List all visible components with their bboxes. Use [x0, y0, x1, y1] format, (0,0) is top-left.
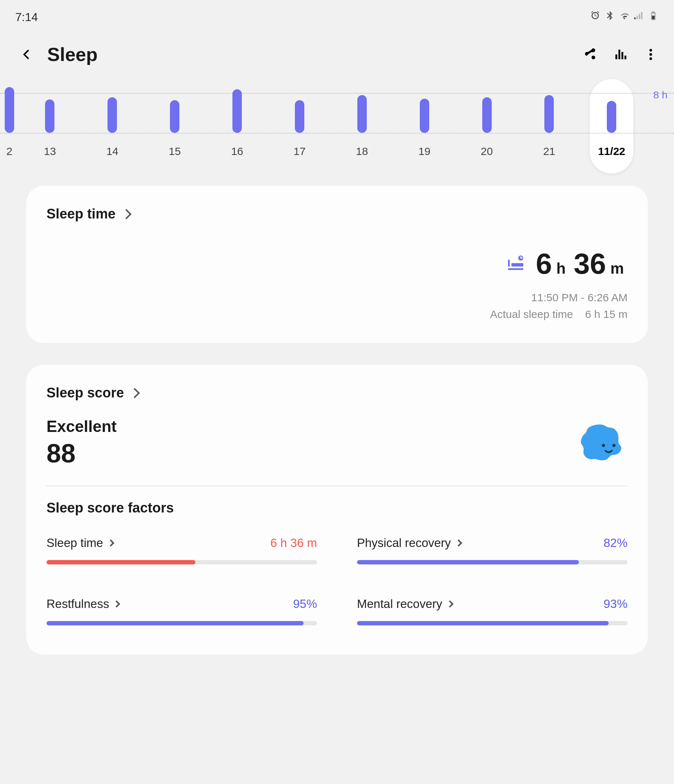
timeline-day-label: 14 — [106, 145, 119, 157]
battery-icon — [648, 10, 659, 24]
chevron-right-icon — [446, 600, 454, 608]
timeline-day[interactable]: 14 — [81, 84, 144, 171]
sleep-score-title-row[interactable]: Sleep score — [47, 385, 627, 401]
factor-label: Physical recovery — [357, 536, 451, 550]
bed-icon — [506, 253, 526, 275]
timeline-day-label: 16 — [231, 145, 243, 157]
sleep-hours: 6 — [536, 247, 552, 281]
timeline-day-label: 18 — [356, 145, 368, 157]
svg-point-1 — [649, 53, 652, 56]
sleep-minutes-unit: m — [610, 260, 624, 277]
share-button[interactable] — [582, 47, 598, 62]
alarm-icon — [590, 10, 601, 24]
share-icon — [582, 47, 597, 62]
timeline-bar — [482, 97, 492, 133]
more-vert-icon — [643, 47, 658, 62]
sleep-time-title: Sleep time — [47, 206, 115, 222]
timeline-day[interactable]: 19 — [393, 84, 456, 171]
status-bar: 7:14 — [0, 0, 674, 29]
chevron-right-icon — [455, 539, 462, 547]
timeline-day-label: 2 — [6, 145, 12, 157]
svg-point-4 — [602, 444, 605, 447]
factor-value: 6 h 36 m — [270, 536, 317, 550]
timeline-day-label: 21 — [543, 145, 555, 157]
timeline-day[interactable]: 16 — [206, 84, 268, 171]
sleep-time-sublines: 11:50 PM - 6:26 AM Actual sleep time 6 h… — [47, 289, 627, 323]
timeline-bar — [5, 87, 14, 133]
sleep-minutes: 36 — [574, 247, 606, 281]
app-header: Sleep — [0, 29, 674, 77]
actual-sleep-label: Actual sleep time — [490, 308, 573, 320]
factor-value: 95% — [293, 597, 317, 611]
timeline-day[interactable]: 17 — [268, 84, 331, 171]
factor-mental-recovery[interactable]: Mental recovery 93% — [357, 597, 627, 625]
factor-bar — [357, 621, 627, 625]
svg-point-2 — [649, 58, 652, 60]
divider — [47, 485, 627, 486]
sleep-score-row: Excellent 88 — [47, 417, 627, 468]
factors-title: Sleep score factors — [47, 500, 627, 516]
sleep-time-range: 11:50 PM - 6:26 AM — [47, 289, 627, 306]
timeline-day-label: 13 — [44, 145, 56, 157]
sleep-score-text: Excellent 88 — [47, 417, 117, 468]
timeline-day-label: 17 — [293, 145, 306, 157]
timeline-day-label: 11/22 — [598, 145, 625, 157]
factor-bar — [47, 621, 317, 625]
timeline-day[interactable]: 11/22 — [580, 84, 643, 171]
chevron-right-icon — [121, 209, 131, 219]
timeline-day[interactable]: 13 — [19, 84, 81, 171]
bar-chart-icon — [613, 47, 627, 62]
chevron-right-icon — [107, 539, 114, 547]
timeline-bar — [357, 95, 367, 133]
actual-sleep-row: Actual sleep time 6 h 15 m — [47, 306, 627, 323]
factor-physical-recovery[interactable]: Physical recovery 82% — [357, 536, 627, 565]
sleep-score-card: Sleep score Excellent 88 Sleep score fac… — [26, 365, 648, 655]
timeline-day[interactable]: 21 — [518, 84, 580, 171]
wifi-icon — [619, 10, 630, 24]
signal-icon — [633, 10, 644, 24]
factor-bar — [47, 560, 317, 565]
timeline-day[interactable]: 20 — [456, 84, 518, 171]
factor-label: Sleep time — [47, 536, 103, 550]
chevron-right-icon — [113, 600, 120, 608]
timeline-day[interactable]: 15 — [144, 84, 206, 171]
back-button[interactable] — [15, 43, 39, 66]
timeline-bar — [545, 95, 554, 133]
sleep-time-title-row[interactable]: Sleep time — [47, 206, 627, 222]
factor-restfulness[interactable]: Restfulness 95% — [47, 597, 317, 625]
sleep-time-value: 6 h 36 m — [47, 247, 627, 281]
sleep-character-icon — [573, 419, 627, 467]
sleep-time-card: Sleep time 6 h 36 m 11:50 PM - 6:26 AM A… — [26, 186, 648, 343]
bluetooth-icon — [604, 10, 615, 24]
timeline-day-label: 15 — [169, 145, 181, 157]
timeline-bar — [295, 100, 304, 133]
svg-point-5 — [612, 444, 616, 447]
status-icons — [590, 10, 659, 24]
status-time: 7:14 — [15, 11, 38, 24]
factor-label: Restfulness — [47, 597, 109, 611]
timeline-day[interactable]: 18 — [331, 84, 393, 171]
chevron-right-icon — [129, 387, 140, 398]
timeline-bar — [45, 100, 55, 133]
factor-value: 93% — [604, 597, 627, 611]
timeline-day[interactable]: 2 — [0, 84, 19, 171]
sleep-score-value: 88 — [47, 439, 117, 468]
stats-button[interactable] — [612, 47, 628, 62]
timeline-bar — [232, 89, 242, 133]
factor-value: 82% — [604, 536, 627, 550]
timeline-bar — [108, 97, 117, 133]
sleep-timeline-chart[interactable]: 8 h 213141516171819202111/22 — [0, 84, 674, 171]
sleep-score-rating: Excellent — [47, 417, 117, 436]
factor-bar — [357, 560, 627, 565]
actual-sleep-value: 6 h 15 m — [585, 308, 627, 320]
timeline-bar — [170, 100, 179, 133]
timeline-bar — [607, 101, 616, 133]
timeline-day-label: 19 — [418, 145, 430, 157]
factors-grid: Sleep time 6 h 36 m Physical recovery 82… — [47, 536, 627, 625]
more-button[interactable] — [643, 47, 659, 62]
timeline-day-label: 20 — [481, 145, 493, 157]
sleep-score-title: Sleep score — [47, 385, 124, 401]
page-title: Sleep — [47, 44, 582, 65]
factor-sleep-time[interactable]: Sleep time 6 h 36 m — [47, 536, 317, 565]
timeline-bar — [420, 99, 429, 133]
